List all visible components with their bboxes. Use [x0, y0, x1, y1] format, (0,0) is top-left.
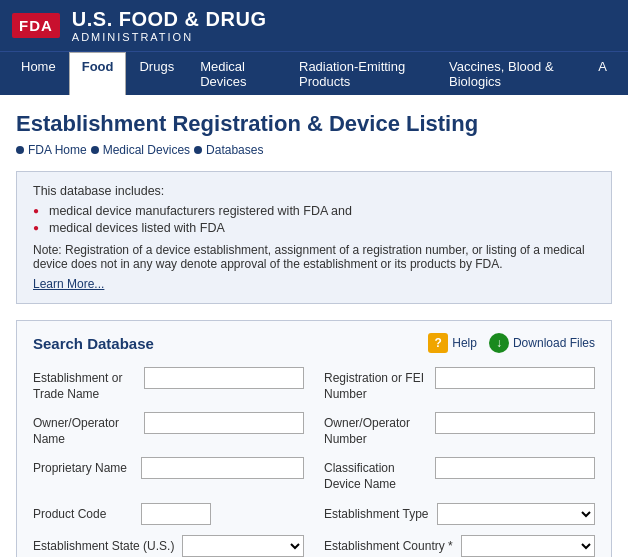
page-content: Establishment Registration & Device List…: [0, 95, 628, 557]
form-row-classification-device: Classification Device Name: [324, 457, 595, 492]
nav-item-food[interactable]: Food: [69, 52, 127, 95]
form-row-establishment-type: Establishment Type: [324, 503, 595, 525]
product-code-label: Product Code: [33, 503, 133, 523]
search-panel-actions: ? Help ↓ Download Files: [428, 333, 595, 353]
help-icon: ?: [428, 333, 448, 353]
nav-item-more[interactable]: A: [585, 52, 620, 95]
owner-operator-number-input[interactable]: [435, 412, 595, 434]
agency-title: U.S. FOOD & DRUG: [72, 8, 267, 31]
establishment-state-label: Establishment State (U.S.): [33, 535, 174, 555]
breadcrumb-fda-home[interactable]: FDA Home: [28, 143, 87, 157]
help-label: Help: [452, 336, 477, 350]
info-list: medical device manufacturers registered …: [33, 204, 595, 235]
establishment-state-select[interactable]: [182, 535, 304, 557]
info-box: This database includes: medical device m…: [16, 171, 612, 304]
nav-item-radiation[interactable]: Radiation-Emitting Products: [286, 52, 436, 95]
classification-device-input[interactable]: [435, 457, 595, 479]
establishment-type-label: Establishment Type: [324, 503, 429, 523]
nav-item-home[interactable]: Home: [8, 52, 69, 95]
learn-more-link[interactable]: Learn More...: [33, 277, 104, 291]
form-row-establishment-country: Establishment Country *: [324, 535, 595, 557]
search-form: Establishment or Trade Name Registration…: [33, 367, 595, 557]
breadcrumb-dot-3: [194, 146, 202, 154]
proprietary-name-input[interactable]: [141, 457, 304, 479]
breadcrumb-dot-2: [91, 146, 99, 154]
info-list-item-2: medical devices listed with FDA: [33, 221, 595, 235]
registration-number-input[interactable]: [435, 367, 595, 389]
site-header: FDA U.S. FOOD & DRUG ADMINISTRATION: [0, 0, 628, 51]
establishment-name-label: Establishment or Trade Name: [33, 367, 136, 402]
nav-item-medical-devices[interactable]: Medical Devices: [187, 52, 286, 95]
download-icon: ↓: [489, 333, 509, 353]
form-row-product-code: Product Code: [33, 503, 304, 525]
form-row-owner-name: Owner/Operator Name: [33, 412, 304, 447]
form-row-establishment-state: Establishment State (U.S.): [33, 535, 304, 557]
nav-item-vaccines[interactable]: Vaccines, Blood & Biologics: [436, 52, 585, 95]
page-title: Establishment Registration & Device List…: [16, 111, 612, 137]
search-panel-title: Search Database: [33, 335, 154, 352]
proprietary-name-label: Proprietary Name: [33, 457, 133, 477]
breadcrumb-dot-1: [16, 146, 24, 154]
info-intro: This database includes:: [33, 184, 595, 198]
owner-operator-name-label: Owner/Operator Name: [33, 412, 136, 447]
breadcrumb: FDA Home Medical Devices Databases: [16, 143, 612, 157]
establishment-country-label: Establishment Country *: [324, 535, 453, 555]
establishment-name-input[interactable]: [144, 367, 304, 389]
form-row-proprietary-name: Proprietary Name: [33, 457, 304, 492]
download-button[interactable]: ↓ Download Files: [489, 333, 595, 353]
help-button[interactable]: ? Help: [428, 333, 477, 353]
main-navbar: Home Food Drugs Medical Devices Radiatio…: [0, 51, 628, 95]
establishment-country-select[interactable]: [461, 535, 595, 557]
registration-number-label: Registration or FEI Number: [324, 367, 427, 402]
nav-item-drugs[interactable]: Drugs: [126, 52, 187, 95]
form-row-registration-number: Registration or FEI Number: [324, 367, 595, 402]
owner-operator-number-label: Owner/Operator Number: [324, 412, 427, 447]
breadcrumb-medical-devices[interactable]: Medical Devices: [103, 143, 190, 157]
agency-subtitle: ADMINISTRATION: [72, 31, 267, 43]
product-code-input[interactable]: [141, 503, 211, 525]
info-list-item-1: medical device manufacturers registered …: [33, 204, 595, 218]
fda-logo: FDA: [12, 13, 60, 38]
owner-operator-name-input[interactable]: [144, 412, 304, 434]
search-panel: Search Database ? Help ↓ Download Files …: [16, 320, 612, 557]
download-label: Download Files: [513, 336, 595, 350]
form-row-owner-number: Owner/Operator Number: [324, 412, 595, 447]
agency-name-block: U.S. FOOD & DRUG ADMINISTRATION: [72, 8, 267, 43]
info-note: Note: Registration of a device establish…: [33, 243, 595, 271]
breadcrumb-databases[interactable]: Databases: [206, 143, 263, 157]
establishment-type-select[interactable]: [437, 503, 595, 525]
classification-device-label: Classification Device Name: [324, 457, 427, 492]
search-panel-header: Search Database ? Help ↓ Download Files: [33, 333, 595, 353]
form-row-establishment-name: Establishment or Trade Name: [33, 367, 304, 402]
